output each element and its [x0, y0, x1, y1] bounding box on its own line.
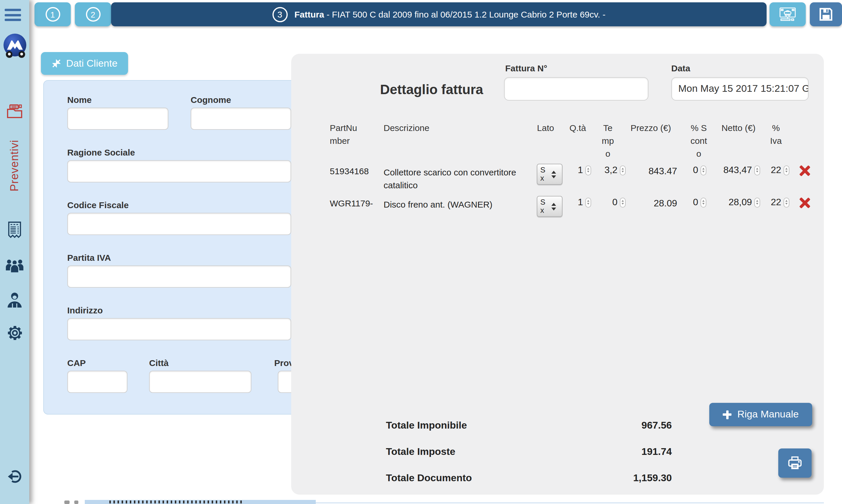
partita-iva-label: Partita IVA: [67, 253, 111, 263]
car-monitor-icon: [778, 7, 797, 22]
fattura-n-field[interactable]: [504, 77, 648, 101]
sconto-value: 0: [693, 165, 698, 175]
qta-stepper[interactable]: 1: [557, 197, 591, 208]
stepper-icon[interactable]: [700, 165, 706, 175]
window-title-prefix: Fattura: [294, 10, 324, 19]
prezzo-value: 843.47: [627, 166, 677, 177]
invoice-title: Dettaglio fattura: [380, 82, 483, 98]
logout-icon[interactable]: [0, 468, 29, 485]
indirizzo-field[interactable]: [67, 318, 291, 340]
sconto-stepper[interactable]: 0: [671, 165, 706, 175]
row-part-number: WGR1179-: [330, 198, 382, 208]
fattura-n-label: Fattura N°: [505, 63, 547, 73]
stepper-icon[interactable]: [784, 165, 789, 175]
cognome-field[interactable]: [191, 108, 291, 130]
invoice-detail-panel: Fattura N° Data Dettaglio fattura PartNu…: [291, 54, 824, 494]
cap-field[interactable]: [67, 371, 127, 393]
header-descrizione: Descrizione: [383, 122, 524, 134]
ragione-sociale-label: Ragione Sociale: [67, 147, 135, 157]
netto-stepper[interactable]: 843,47: [711, 165, 760, 175]
iva-stepper[interactable]: 22: [763, 165, 789, 175]
partita-iva-field[interactable]: [67, 266, 291, 288]
select-arrows-icon: [551, 203, 556, 210]
customers-group-icon[interactable]: [0, 257, 29, 273]
collapse-arrows-icon: [51, 58, 61, 68]
tempo-value: 3,2: [605, 165, 618, 175]
prezzo-value: 28.09: [627, 198, 677, 209]
header-prezzo: Prezzo (€): [625, 122, 677, 134]
netto-stepper[interactable]: 28,09: [711, 197, 760, 208]
totale-documento-label: Totale Documento: [386, 472, 472, 484]
nome-field[interactable]: [67, 108, 168, 130]
save-button[interactable]: [810, 2, 842, 26]
preventivi-label: Preventivi: [8, 140, 21, 192]
stepper-icon[interactable]: [700, 197, 706, 207]
save-floppy-icon: [818, 6, 834, 22]
settings-gear-icon[interactable]: [0, 324, 29, 342]
step-3-number: 3: [272, 7, 287, 22]
totale-imponibile-label: Totale Imponibile: [386, 420, 467, 432]
data-field[interactable]: [671, 77, 809, 101]
totale-imposte-value: 191.74: [555, 446, 672, 458]
totale-imposte-label: Totale Imposte: [386, 446, 455, 458]
tempo-stepper[interactable]: 3,2: [587, 165, 626, 175]
ragione-sociale-field[interactable]: [67, 160, 291, 182]
header-partnumber: PartNumber: [330, 122, 362, 147]
step-2-button[interactable]: 2: [75, 2, 111, 26]
header-iva: % Iva: [768, 122, 784, 147]
sidebar: Preventivi: [0, 0, 29, 504]
dati-cliente-label: Dati Cliente: [66, 58, 118, 69]
stepper-icon[interactable]: [754, 165, 760, 175]
header-tempo: Tempo: [600, 122, 616, 160]
sidebar-item-preventivi[interactable]: Preventivi: [0, 133, 29, 198]
qta-stepper[interactable]: 1: [557, 165, 591, 175]
citta-label: Città: [149, 358, 169, 368]
header-qta: Q.tà: [561, 122, 594, 134]
codice-fiscale-field[interactable]: [67, 213, 291, 235]
cognome-label: Cognome: [191, 95, 231, 105]
stepper-icon[interactable]: [620, 197, 626, 207]
preventivi-folder-icon[interactable]: [0, 104, 29, 119]
invoices-receipt-icon[interactable]: [0, 221, 29, 239]
clipped-bottom-window: [85, 500, 316, 504]
delete-row-icon[interactable]: [799, 165, 810, 177]
cap-label: CAP: [67, 358, 86, 368]
diagnostics-monitor-button[interactable]: [770, 2, 806, 26]
citta-field[interactable]: [149, 371, 251, 393]
riga-manuale-label: Riga Manuale: [737, 409, 799, 420]
qta-value: 1: [578, 165, 583, 175]
mechanic-icon[interactable]: [0, 291, 29, 308]
iva-value: 22: [771, 165, 781, 175]
lato-value: Sx: [540, 198, 547, 215]
tempo-stepper[interactable]: 0: [587, 197, 626, 208]
menu-icon[interactable]: [5, 9, 22, 22]
iva-value: 22: [771, 197, 781, 208]
iva-stepper[interactable]: 22: [763, 197, 789, 208]
indirizzo-label: Indirizzo: [67, 305, 103, 315]
tempo-value: 0: [612, 197, 617, 208]
sconto-stepper[interactable]: 0: [671, 197, 706, 208]
riga-manuale-button[interactable]: Riga Manuale: [709, 403, 812, 426]
header-sconto: % Sconto: [689, 122, 709, 160]
window-title-rest: - FIAT 500 C dal 2009 fino al 06/2015 1.…: [324, 10, 606, 19]
print-button[interactable]: [778, 448, 811, 478]
netto-value: 843,47: [723, 165, 752, 175]
delete-row-icon[interactable]: [799, 197, 810, 209]
totale-documento-value: 1,159.30: [555, 472, 672, 484]
plus-icon: [723, 410, 732, 419]
step-2-number: 2: [86, 7, 100, 22]
qta-value: 1: [578, 197, 583, 208]
clipped-bottom-fragment: [64, 501, 70, 504]
stepper-icon[interactable]: [754, 197, 760, 207]
step-1-button[interactable]: 1: [35, 2, 71, 26]
client-data-panel: Nome Cognome Ragione Sociale Codice Fisc…: [43, 80, 313, 415]
dati-cliente-button[interactable]: Dati Cliente: [41, 52, 128, 75]
row-description: Disco freno ant. (WAGNER): [383, 198, 531, 211]
nome-label: Nome: [67, 95, 91, 105]
stepper-icon[interactable]: [784, 197, 789, 207]
stepper-icon[interactable]: [620, 165, 626, 175]
data-label: Data: [671, 63, 690, 73]
row-part-number: 51934168: [330, 166, 382, 176]
window-title: Fattura - FIAT 500 C dal 2009 fino al 06…: [294, 10, 606, 19]
row-description: Collettore scarico con convertitore cata…: [383, 166, 531, 192]
